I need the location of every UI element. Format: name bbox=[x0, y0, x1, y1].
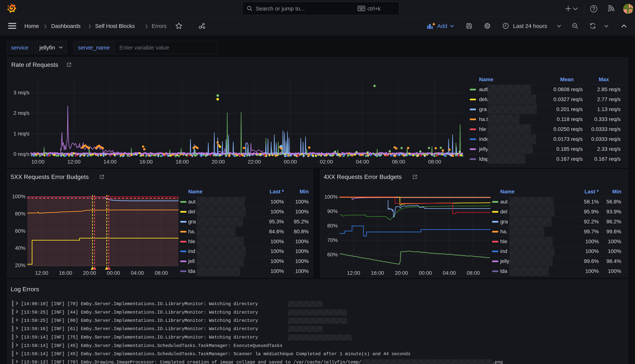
svg-text:14:00: 14:00 bbox=[103, 159, 117, 165]
svg-text:18:00: 18:00 bbox=[176, 159, 189, 165]
svg-text:16:00: 16:00 bbox=[59, 270, 72, 276]
svg-text:06:00: 06:00 bbox=[392, 159, 405, 165]
svg-text:2 req/s: 2 req/s bbox=[13, 110, 30, 116]
svg-text:10:00: 10:00 bbox=[31, 159, 45, 165]
svg-text:60%: 60% bbox=[15, 228, 26, 234]
svg-text:04:00: 04:00 bbox=[443, 270, 456, 276]
svg-text:00:00: 00:00 bbox=[284, 159, 297, 165]
svg-text:08:00: 08:00 bbox=[467, 270, 480, 276]
svg-text:16:00: 16:00 bbox=[371, 270, 384, 276]
svg-text:100%: 100% bbox=[12, 194, 26, 199]
svg-text:100%: 100% bbox=[324, 194, 338, 200]
svg-text:04:00: 04:00 bbox=[131, 270, 144, 276]
svg-text:70%: 70% bbox=[327, 237, 338, 243]
svg-text:80%: 80% bbox=[327, 223, 338, 228]
svg-text:08:00: 08:00 bbox=[428, 159, 441, 165]
svg-text:12:00: 12:00 bbox=[347, 270, 360, 276]
svg-text:20:00: 20:00 bbox=[83, 270, 96, 276]
svg-text:90%: 90% bbox=[327, 208, 338, 214]
svg-text:20:00: 20:00 bbox=[212, 159, 225, 165]
svg-text:1 req/s: 1 req/s bbox=[13, 131, 30, 136]
svg-text:3 req/s: 3 req/s bbox=[13, 90, 30, 96]
svg-text:04:00: 04:00 bbox=[356, 159, 369, 165]
svg-text:12:00: 12:00 bbox=[67, 159, 81, 165]
svg-text:20%: 20% bbox=[15, 262, 26, 268]
svg-text:08:00: 08:00 bbox=[155, 270, 168, 276]
svg-text:00:00: 00:00 bbox=[107, 270, 120, 276]
svg-text:22:00: 22:00 bbox=[248, 159, 261, 165]
svg-text:80%: 80% bbox=[15, 211, 26, 216]
svg-text:0 req/s: 0 req/s bbox=[13, 151, 30, 157]
svg-text:02:00: 02:00 bbox=[320, 159, 333, 165]
svg-text:40%: 40% bbox=[15, 245, 26, 251]
svg-text:20:00: 20:00 bbox=[395, 270, 408, 276]
svg-text:00:00: 00:00 bbox=[419, 270, 432, 276]
svg-text:12:00: 12:00 bbox=[35, 270, 48, 276]
svg-text:16:00: 16:00 bbox=[140, 159, 153, 165]
svg-text:60%: 60% bbox=[327, 252, 338, 258]
